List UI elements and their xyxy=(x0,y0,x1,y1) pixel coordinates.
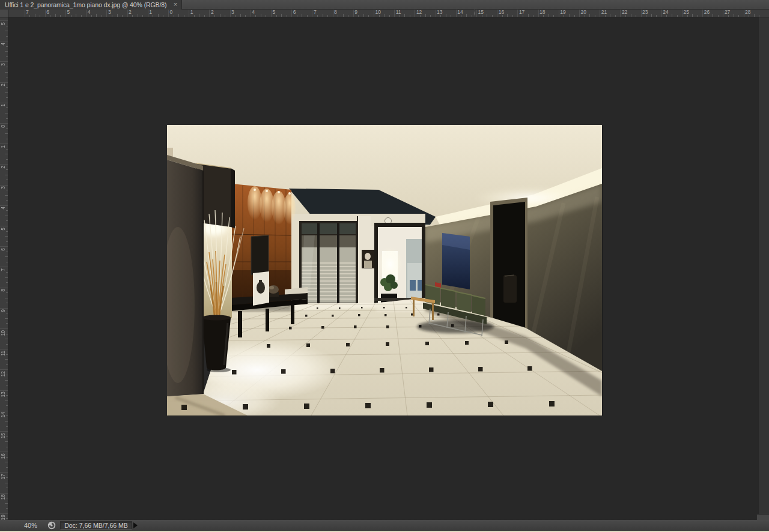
vertical-scrollbar[interactable] xyxy=(758,17,769,514)
photo-doorway xyxy=(490,198,527,331)
zoom-level-field[interactable]: 40% xyxy=(24,522,37,529)
ruler-top[interactable]: 7 6 5 4 3 2 1 0 1 2 3 4 5 6 7 8 9 10 11 … xyxy=(8,10,769,17)
document-tab-bar: Uffici 1 e 2_panoramica_1mo piano dx.jpg… xyxy=(0,0,769,10)
ruler-origin-corner[interactable] xyxy=(0,10,8,17)
document-tab-title: Uffici 1 e 2_panoramica_1mo piano dx.jpg… xyxy=(5,1,166,8)
status-bar: 40% Doc: 7,66 MB/7,66 MB xyxy=(0,520,769,531)
document-size-field: Doc: 7,66 MB/7,66 MB xyxy=(60,521,132,530)
document-tab[interactable]: Uffici 1 e 2_panoramica_1mo piano dx.jpg… xyxy=(0,0,182,10)
status-menu-arrow[interactable] xyxy=(133,522,138,528)
photo-image xyxy=(167,125,602,416)
open-photo-document[interactable] xyxy=(167,125,602,416)
photo-portrait xyxy=(362,250,374,268)
ruler-left[interactable]: 5 4 3 2 1 0 1 2 3 4 5 6 7 8 9 10 11 12 1… xyxy=(0,17,8,520)
photo-corridor xyxy=(291,214,425,305)
sync-status-icon[interactable] xyxy=(47,521,56,530)
photoshop-window: Uffici 1 e 2_panoramica_1mo piano dx.jpg… xyxy=(0,0,769,532)
ruler-cursor-indicator xyxy=(475,10,475,17)
tab-close-icon[interactable]: × xyxy=(172,0,179,10)
photo-left-column xyxy=(167,148,203,396)
photo-white-artwork xyxy=(253,271,269,306)
document-canvas-area[interactable] xyxy=(8,17,758,520)
